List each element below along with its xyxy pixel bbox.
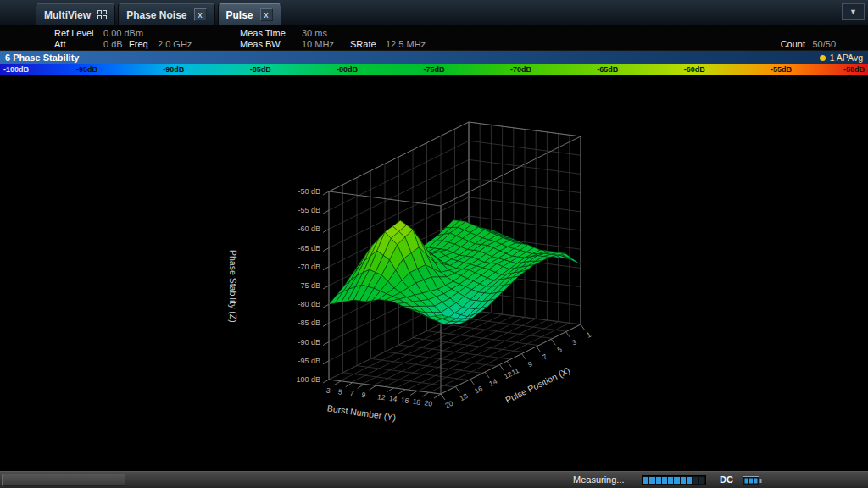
svg-text:-60 dB: -60 dB — [298, 225, 320, 233]
svg-text:14: 14 — [388, 394, 398, 403]
svg-text:9: 9 — [526, 359, 534, 369]
z-axis-labels: -50 dB-55 dB-60 dB-65 dB-70 dB-75 dB-80 … — [293, 187, 329, 384]
surface-plot: -50 dB-55 dB-60 dB-65 dB-70 dB-75 dB-80 … — [0, 75, 868, 471]
chevron-down-icon: ▼ — [849, 8, 857, 16]
svg-text:-50 dB: -50 dB — [298, 187, 320, 196]
meas-time-label[interactable]: Meas Time — [240, 28, 286, 38]
att-label[interactable]: Att — [54, 39, 65, 49]
svg-text:3: 3 — [326, 386, 331, 396]
trace-color-dot — [820, 55, 826, 61]
svg-text:7: 7 — [349, 389, 354, 398]
colorbar-label: -100dB — [3, 65, 29, 75]
svg-text:-65 dB: -65 dB — [298, 244, 320, 252]
meter-icon — [743, 474, 762, 488]
svg-text:14: 14 — [487, 377, 498, 388]
y-axis-labels: 35791214161820 — [326, 381, 441, 408]
trace-indicator[interactable]: 1 APAvg — [820, 53, 863, 63]
plot-area[interactable]: -50 dB-55 dB-60 dB-65 dB-70 dB-75 dB-80 … — [0, 75, 868, 471]
colorbar: -100dB-95dB-90dB-85dB-80dB-75dB-70dB-65d… — [0, 64, 868, 75]
instrument-screen: MultiView Phase Noise x Pulse x ▼ Ref Le… — [0, 0, 868, 488]
tab-overflow-button[interactable]: ▼ — [842, 3, 865, 20]
svg-text:-90 dB: -90 dB — [298, 338, 320, 347]
count-value: 50/50 — [812, 39, 836, 49]
svg-text:-95 dB: -95 dB — [298, 357, 320, 365]
dc-indicator: DC — [720, 474, 733, 485]
svg-text:12: 12 — [376, 392, 386, 402]
svg-text:-70 dB: -70 dB — [298, 263, 320, 271]
colorbar-label: -60dB — [684, 65, 705, 75]
colorbar-label: -55dB — [771, 65, 792, 75]
close-icon[interactable]: x — [194, 8, 207, 21]
tab-phase-noise[interactable]: Phase Noise x — [118, 3, 214, 25]
colorbar-label: -85dB — [250, 65, 271, 75]
count-label: Count — [781, 39, 805, 49]
svg-text:-75 dB: -75 dB — [298, 281, 320, 290]
measuring-label: Measuring... — [573, 474, 625, 485]
multiview-grid-icon — [97, 10, 107, 19]
svg-text:3: 3 — [570, 337, 578, 347]
svg-text:1: 1 — [585, 330, 593, 340]
colorbar-label: -65dB — [597, 65, 618, 75]
tab-pulse[interactable]: Pulse x — [218, 3, 281, 25]
meas-time-value[interactable]: 30 ms — [302, 28, 327, 38]
svg-text:Phase Stability (Z): Phase Stability (Z) — [228, 250, 238, 323]
colorbar-label: -75dB — [423, 65, 444, 75]
srate-label[interactable]: SRate — [350, 39, 376, 49]
svg-text:Burst Number (Y): Burst Number (Y) — [326, 402, 397, 422]
svg-text:18: 18 — [459, 391, 470, 402]
svg-text:-80 dB: -80 dB — [298, 300, 320, 308]
svg-text:5: 5 — [556, 345, 564, 354]
settings-bar: Ref Level 0.00 dBm Meas Time 30 ms Att 0… — [0, 25, 868, 51]
surface-mesh — [329, 220, 581, 324]
window-title: 6 Phase Stability — [5, 53, 79, 63]
svg-text:5: 5 — [337, 387, 342, 396]
svg-text:-100 dB: -100 dB — [293, 375, 320, 384]
freq-value[interactable]: 2.0 GHz — [158, 39, 192, 49]
measurement-progress-bar — [642, 475, 706, 485]
colorbar-label: -50dB — [843, 65, 865, 75]
tab-multiview[interactable]: MultiView — [36, 3, 115, 25]
ref-level-label[interactable]: Ref Level — [54, 28, 93, 38]
srate-value[interactable]: 12.5 MHz — [386, 39, 426, 49]
colorbar-label: -80dB — [337, 65, 358, 75]
meas-bw-value[interactable]: 10 MHz — [302, 39, 334, 49]
status-bar: Measuring... DC — [0, 471, 868, 488]
tab-pulse-label: Pulse — [226, 9, 253, 21]
tab-bar: MultiView Phase Noise x Pulse x ▼ — [0, 0, 868, 25]
trace-label: 1 APAvg — [830, 53, 863, 63]
svg-text:18: 18 — [412, 397, 421, 407]
svg-text:-55 dB: -55 dB — [298, 206, 320, 214]
freq-label[interactable]: Freq — [129, 39, 148, 49]
svg-text:16: 16 — [473, 384, 484, 395]
colorbar-label: -95dB — [76, 65, 97, 75]
colorbar-label: -90dB — [163, 65, 184, 75]
svg-text:7: 7 — [541, 352, 548, 362]
svg-text:9: 9 — [361, 391, 366, 400]
svg-text:20: 20 — [443, 399, 454, 410]
status-left-panel — [2, 474, 125, 486]
tab-multiview-label: MultiView — [44, 9, 91, 21]
close-icon[interactable]: x — [260, 8, 273, 21]
svg-text:16: 16 — [400, 396, 409, 405]
window-title-bar: 6 Phase Stability 1 APAvg — [0, 51, 868, 64]
svg-text:-85 dB: -85 dB — [298, 319, 320, 327]
ref-level-value[interactable]: 0.00 dBm — [103, 28, 143, 38]
meas-bw-label[interactable]: Meas BW — [240, 39, 281, 49]
colorbar-label: -70dB — [510, 65, 531, 75]
svg-text:20: 20 — [424, 398, 433, 408]
att-value[interactable]: 0 dB — [103, 39, 123, 49]
tab-phase-noise-label: Phase Noise — [126, 9, 186, 21]
